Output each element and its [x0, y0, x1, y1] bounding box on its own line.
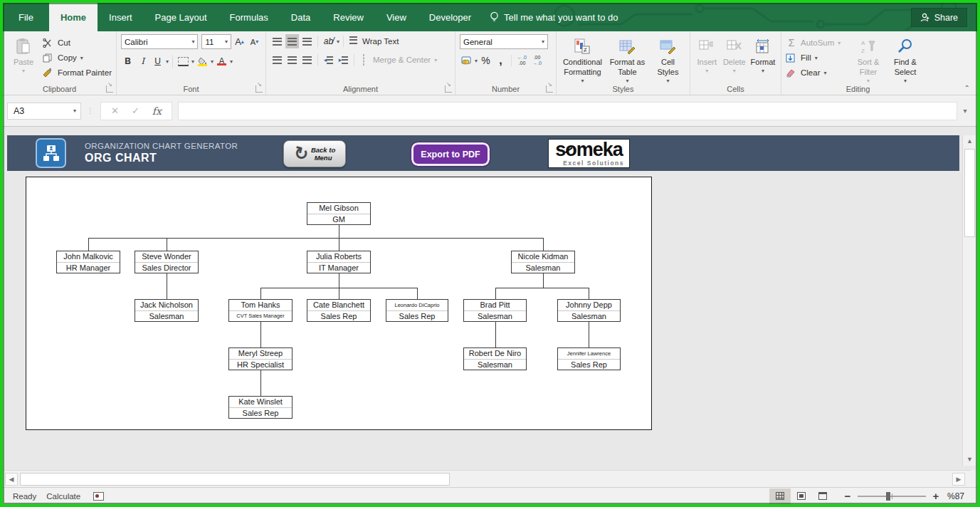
paste-button[interactable]: Paste ▾ — [7, 34, 40, 83]
font-name-combo[interactable]: Calibri▾ — [121, 34, 198, 49]
find-select-button[interactable]: Find & Select ▾ — [888, 34, 922, 85]
org-node-nicole-kidman[interactable]: Nicole KidmanSalesman — [511, 251, 575, 273]
bold-button[interactable]: B — [121, 54, 135, 68]
name-box-caret[interactable]: ▾ — [73, 108, 80, 114]
tab-view[interactable]: View — [375, 3, 418, 31]
collapse-ribbon-button[interactable]: ⌃ — [964, 84, 970, 92]
delete-cells-button[interactable]: Delete ▾ — [722, 34, 747, 83]
org-node-cate-blanchett[interactable]: Cate BlanchettSales Rep — [307, 299, 371, 322]
tab-file[interactable]: File — [3, 3, 49, 31]
org-node-john-malkovic[interactable]: John MalkovicHR Manager — [56, 251, 120, 273]
percent-button[interactable]: % — [479, 53, 492, 68]
middle-align-button[interactable] — [285, 34, 299, 48]
alignment-dialog-launcher[interactable] — [445, 85, 452, 93]
org-node-steve-wonder[interactable]: Steve WonderSales Director — [135, 251, 199, 273]
org-node-meryl-streep[interactable]: Meryl StreepHR Specialist — [228, 347, 293, 370]
number-format-combo[interactable]: General▾ — [460, 34, 548, 49]
tell-me-box[interactable]: Tell me what you want to do — [483, 3, 625, 31]
underline-button[interactable]: U — [151, 54, 164, 68]
font-color-caret[interactable]: ▾ — [230, 58, 233, 65]
align-left-button[interactable] — [270, 53, 284, 67]
accounting-format-button[interactable] — [460, 53, 473, 68]
scroll-left-icon[interactable]: ◀ — [5, 473, 18, 486]
tab-data[interactable]: Data — [280, 3, 322, 31]
decrease-decimal-button[interactable]: .00→.0 — [530, 53, 544, 68]
number-dialog-launcher[interactable] — [546, 85, 553, 93]
orientation-caret[interactable]: ▾ — [337, 38, 339, 45]
tab-home[interactable]: Home — [49, 3, 98, 31]
orientation-button[interactable]: ab̸ — [322, 34, 335, 48]
format-painter-button[interactable]: Format Painter — [43, 66, 112, 79]
align-center-button[interactable] — [285, 53, 299, 67]
cut-button[interactable]: Cut — [43, 36, 112, 49]
zoom-slider-track[interactable] — [858, 496, 926, 497]
font-color-button[interactable]: A — [215, 54, 228, 68]
increase-indent-button[interactable]: ▸ — [337, 53, 350, 67]
cell-styles-button[interactable]: Cell Styles ▾ — [650, 34, 685, 85]
back-to-menu-button[interactable]: ↺ Back toMenu — [283, 140, 346, 167]
merge-center-button[interactable]: Merge & Center ▾ — [358, 53, 437, 66]
vertical-scrollbar[interactable]: ▲ ▼ — [962, 135, 976, 466]
format-as-table-button[interactable]: Format as Table ▾ — [607, 34, 648, 85]
fill-color-caret[interactable]: ▾ — [211, 58, 214, 65]
italic-button[interactable]: I — [136, 54, 149, 68]
conditional-formatting-button[interactable]: ≠ Conditional Formatting ▾ — [561, 34, 604, 85]
borders-button[interactable] — [176, 54, 190, 68]
export-to-pdf-button[interactable]: Export to PDF — [411, 142, 490, 166]
confirm-entry-icon[interactable]: ✓ — [132, 105, 139, 116]
horizontal-scroll-thumb[interactable] — [20, 473, 450, 486]
comma-button[interactable]: , — [494, 53, 507, 68]
zoom-percentage[interactable]: %87 — [947, 491, 969, 501]
zoom-in-button[interactable]: + — [932, 490, 940, 502]
underline-caret[interactable]: ▾ — [166, 58, 169, 65]
worksheet-area[interactable]: ORGANIZATION CHART GENERATOR ORG CHART ↺… — [3, 127, 977, 470]
org-node-johnny-depp[interactable]: Johnny DeppSalesman — [557, 299, 621, 322]
org-node-leonardo-dicaprio[interactable]: Leonardo DiCaprioSales Rep — [386, 299, 448, 322]
tab-page-layout[interactable]: Page Layout — [144, 3, 218, 31]
org-node-tom-hanks[interactable]: Tom HanksCVT Sales Manager — [228, 299, 293, 322]
macro-record-icon[interactable] — [93, 492, 104, 501]
horizontal-scrollbar[interactable]: ◀ ▶ — [3, 470, 971, 487]
format-cells-button[interactable]: Format ▾ — [749, 34, 776, 83]
formula-bar-splitter[interactable]: ⋮ — [87, 107, 95, 115]
share-button[interactable]: Share — [911, 8, 967, 27]
clear-button[interactable]: Clear ▾ — [786, 66, 848, 79]
accounting-caret[interactable]: ▾ — [475, 58, 478, 64]
scroll-right-icon[interactable]: ▶ — [952, 473, 965, 486]
cancel-entry-icon[interactable]: ✕ — [111, 105, 119, 116]
tab-formulas[interactable]: Formulas — [218, 3, 280, 31]
borders-caret[interactable]: ▾ — [191, 58, 194, 65]
org-node-mel-gibson[interactable]: Mel GibsonGM — [307, 202, 371, 225]
bottom-align-button[interactable] — [300, 34, 314, 48]
decrease-indent-button[interactable]: ◂ — [322, 53, 335, 67]
insert-function-button[interactable]: fx — [152, 105, 162, 117]
org-node-julia-roberts[interactable]: Julia RobertsIT Manager — [307, 251, 371, 273]
top-align-button[interactable] — [270, 34, 284, 48]
increase-decimal-button[interactable]: ←.0.00 — [515, 53, 529, 68]
org-node-jennifer-lawrence[interactable]: Jennifer LawrenceSales Rep — [557, 347, 621, 370]
org-node-brad-pitt[interactable]: Brad PittSalesman — [463, 299, 527, 322]
clipboard-dialog-launcher[interactable] — [106, 85, 113, 93]
tab-review[interactable]: Review — [322, 3, 375, 31]
org-node-kate-winslet[interactable]: Kate WinsletSales Rep — [228, 396, 293, 419]
org-node-robert-de-niro[interactable]: Robert De NiroSalesman — [463, 347, 527, 370]
sort-filter-button[interactable]: AZ Sort & Filter ▾ — [851, 34, 885, 85]
scroll-up-icon[interactable]: ▲ — [964, 135, 976, 147]
zoom-out-button[interactable]: − — [843, 490, 852, 502]
tab-developer[interactable]: Developer — [418, 3, 483, 31]
decrease-font-button[interactable]: A▾ — [248, 35, 261, 49]
fill-color-button[interactable] — [196, 54, 209, 68]
org-node-jack-nicholson[interactable]: Jack NicholsonSalesman — [135, 299, 199, 322]
page-break-view-button[interactable] — [812, 488, 833, 504]
status-calculate[interactable]: Calculate — [46, 492, 80, 501]
align-right-button[interactable] — [300, 53, 314, 67]
page-layout-view-button[interactable] — [791, 488, 812, 504]
increase-font-button[interactable]: A▴ — [233, 35, 246, 49]
copy-button[interactable]: Copy ▾ — [43, 51, 112, 64]
zoom-slider-thumb[interactable] — [886, 492, 890, 501]
autosum-button[interactable]: Σ AutoSum ▾ — [786, 36, 848, 49]
scroll-down-icon[interactable]: ▼ — [964, 454, 976, 466]
name-box[interactable]: A3 ▾ — [7, 103, 81, 120]
vertical-scroll-thumb[interactable] — [964, 149, 975, 237]
normal-view-button[interactable] — [769, 488, 791, 504]
